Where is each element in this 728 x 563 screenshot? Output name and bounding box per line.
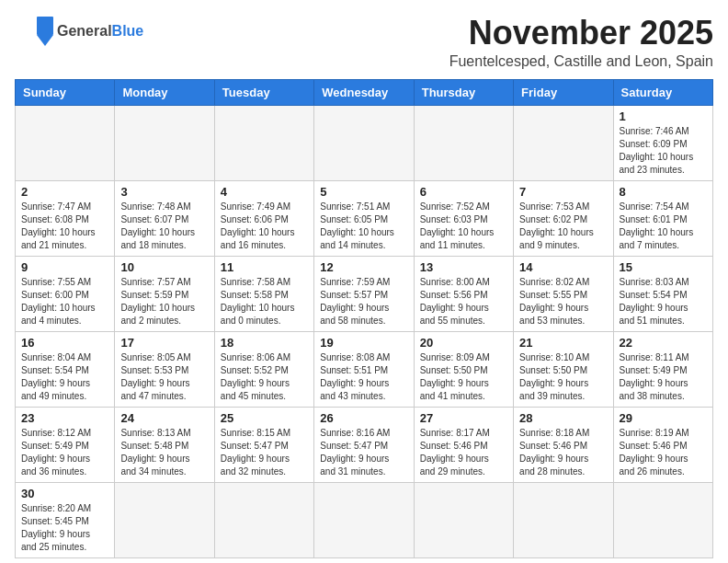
day-info: Sunrise: 7:58 AM Sunset: 5:58 PM Dayligh…	[221, 276, 308, 327]
calendar-cell-37	[214, 482, 313, 557]
weekday-header-tuesday: Tuesday	[214, 79, 313, 105]
day-info: Sunrise: 8:00 AM Sunset: 5:56 PM Dayligh…	[420, 276, 507, 327]
day-info: Sunrise: 7:52 AM Sunset: 6:03 PM Dayligh…	[420, 201, 507, 252]
day-number: 4	[221, 185, 308, 199]
day-info: Sunrise: 8:08 AM Sunset: 5:51 PM Dayligh…	[320, 351, 407, 403]
weekday-header-friday: Friday	[514, 79, 613, 105]
weekday-header-wednesday: Wednesday	[314, 79, 414, 105]
day-number: 6	[420, 185, 507, 199]
calendar-cell-41	[613, 482, 712, 557]
day-info: Sunrise: 8:10 AM Sunset: 5:50 PM Dayligh…	[519, 351, 607, 403]
day-info: Sunrise: 7:49 AM Sunset: 6:06 PM Dayligh…	[221, 201, 308, 252]
calendar-row-3: 16Sunrise: 8:04 AM Sunset: 5:54 PM Dayli…	[16, 331, 713, 407]
day-number: 11	[221, 260, 308, 274]
calendar-cell-4	[414, 105, 513, 180]
day-info: Sunrise: 7:55 AM Sunset: 6:00 PM Dayligh…	[21, 276, 108, 327]
calendar-row-5: 30Sunrise: 8:20 AM Sunset: 5:45 PM Dayli…	[16, 482, 713, 557]
day-number: 7	[519, 185, 607, 199]
day-info: Sunrise: 8:15 AM Sunset: 5:47 PM Dayligh…	[221, 427, 308, 478]
day-number: 19	[320, 336, 407, 350]
day-info: Sunrise: 8:17 AM Sunset: 5:46 PM Dayligh…	[420, 427, 507, 478]
calendar-cell-5	[514, 105, 613, 180]
weekday-header-thursday: Thursday	[414, 79, 513, 105]
calendar-cell-31: 26Sunrise: 8:16 AM Sunset: 5:47 PM Dayli…	[314, 407, 414, 482]
calendar-cell-32: 27Sunrise: 8:17 AM Sunset: 5:46 PM Dayli…	[414, 407, 513, 482]
day-number: 14	[519, 260, 607, 274]
calendar-cell-33: 28Sunrise: 8:18 AM Sunset: 5:46 PM Dayli…	[514, 407, 613, 482]
calendar-cell-22: 17Sunrise: 8:05 AM Sunset: 5:53 PM Dayli…	[115, 331, 214, 407]
day-number: 9	[21, 260, 108, 274]
day-info: Sunrise: 8:13 AM Sunset: 5:48 PM Dayligh…	[120, 427, 208, 478]
calendar-cell-3	[314, 105, 414, 180]
calendar-cell-24: 19Sunrise: 8:08 AM Sunset: 5:51 PM Dayli…	[314, 331, 414, 407]
calendar-cell-20: 15Sunrise: 8:03 AM Sunset: 5:54 PM Dayli…	[613, 256, 712, 331]
day-info: Sunrise: 8:12 AM Sunset: 5:49 PM Dayligh…	[21, 427, 108, 478]
day-number: 10	[120, 260, 208, 274]
weekday-header-saturday: Saturday	[613, 79, 712, 105]
day-info: Sunrise: 7:47 AM Sunset: 6:08 PM Dayligh…	[21, 201, 108, 252]
calendar-row-0: 1Sunrise: 7:46 AM Sunset: 6:09 PM Daylig…	[16, 105, 713, 180]
calendar-cell-13: 8Sunrise: 7:54 AM Sunset: 6:01 PM Daylig…	[613, 180, 712, 256]
day-info: Sunrise: 8:06 AM Sunset: 5:52 PM Dayligh…	[221, 351, 308, 403]
day-info: Sunrise: 8:19 AM Sunset: 5:46 PM Dayligh…	[620, 427, 707, 478]
calendar-cell-38	[314, 482, 414, 557]
day-info: Sunrise: 8:16 AM Sunset: 5:47 PM Dayligh…	[320, 427, 407, 478]
calendar-cell-18: 13Sunrise: 8:00 AM Sunset: 5:56 PM Dayli…	[414, 256, 513, 331]
calendar-cell-40	[514, 482, 613, 557]
calendar-cell-28: 23Sunrise: 8:12 AM Sunset: 5:49 PM Dayli…	[16, 407, 115, 482]
calendar-cell-21: 16Sunrise: 8:04 AM Sunset: 5:54 PM Dayli…	[16, 331, 115, 407]
day-info: Sunrise: 8:18 AM Sunset: 5:46 PM Dayligh…	[519, 427, 607, 478]
calendar-cell-36	[115, 482, 214, 557]
calendar-cell-19: 14Sunrise: 8:02 AM Sunset: 5:55 PM Dayli…	[514, 256, 613, 331]
day-info: Sunrise: 7:53 AM Sunset: 6:02 PM Dayligh…	[519, 201, 607, 252]
day-info: Sunrise: 7:51 AM Sunset: 6:05 PM Dayligh…	[320, 201, 407, 252]
day-info: Sunrise: 8:09 AM Sunset: 5:50 PM Dayligh…	[420, 351, 507, 403]
calendar-cell-17: 12Sunrise: 7:59 AM Sunset: 5:57 PM Dayli…	[314, 256, 414, 331]
calendar-title-area: November 2025 Fuentelcesped, Castille an…	[449, 15, 713, 70]
day-info: Sunrise: 7:59 AM Sunset: 5:57 PM Dayligh…	[320, 276, 407, 327]
weekday-header-monday: Monday	[115, 79, 214, 105]
page-header: GeneralBlue November 2025 Fuentelcesped,…	[15, 15, 713, 70]
calendar-cell-2	[214, 105, 313, 180]
day-info: Sunrise: 8:02 AM Sunset: 5:55 PM Dayligh…	[519, 276, 607, 327]
day-number: 23	[21, 411, 108, 425]
day-number: 17	[120, 336, 208, 350]
calendar-cell-0	[16, 105, 115, 180]
calendar-header-row: SundayMondayTuesdayWednesdayThursdayFrid…	[16, 79, 713, 105]
calendar-cell-11: 6Sunrise: 7:52 AM Sunset: 6:03 PM Daylig…	[414, 180, 513, 256]
calendar-cell-9: 4Sunrise: 7:49 AM Sunset: 6:06 PM Daylig…	[214, 180, 313, 256]
calendar-cell-30: 25Sunrise: 8:15 AM Sunset: 5:47 PM Dayli…	[214, 407, 313, 482]
day-number: 3	[120, 185, 208, 199]
day-number: 28	[519, 411, 607, 425]
calendar-cell-14: 9Sunrise: 7:55 AM Sunset: 6:00 PM Daylig…	[16, 256, 115, 331]
day-number: 24	[120, 411, 208, 425]
calendar-cell-23: 18Sunrise: 8:06 AM Sunset: 5:52 PM Dayli…	[214, 331, 313, 407]
calendar-cell-35: 30Sunrise: 8:20 AM Sunset: 5:45 PM Dayli…	[16, 482, 115, 557]
calendar-cell-29: 24Sunrise: 8:13 AM Sunset: 5:48 PM Dayli…	[115, 407, 214, 482]
day-number: 2	[21, 185, 108, 199]
calendar-cell-7: 2Sunrise: 7:47 AM Sunset: 6:08 PM Daylig…	[16, 180, 115, 256]
day-number: 13	[420, 260, 507, 274]
day-number: 12	[320, 260, 407, 274]
day-info: Sunrise: 8:05 AM Sunset: 5:53 PM Dayligh…	[120, 351, 208, 403]
day-number: 25	[221, 411, 308, 425]
day-number: 21	[519, 336, 607, 350]
day-number: 29	[620, 411, 707, 425]
day-number: 20	[420, 336, 507, 350]
calendar-cell-6: 1Sunrise: 7:46 AM Sunset: 6:09 PM Daylig…	[613, 105, 712, 180]
day-number: 5	[320, 185, 407, 199]
day-number: 1	[620, 109, 707, 123]
calendar-cell-26: 21Sunrise: 8:10 AM Sunset: 5:50 PM Dayli…	[514, 331, 613, 407]
day-info: Sunrise: 7:57 AM Sunset: 5:59 PM Dayligh…	[120, 276, 208, 327]
calendar-cell-15: 10Sunrise: 7:57 AM Sunset: 5:59 PM Dayli…	[115, 256, 214, 331]
calendar-row-4: 23Sunrise: 8:12 AM Sunset: 5:49 PM Dayli…	[16, 407, 713, 482]
calendar-cell-16: 11Sunrise: 7:58 AM Sunset: 5:58 PM Dayli…	[214, 256, 313, 331]
location-title: Fuentelcesped, Castille and Leon, Spain	[449, 53, 713, 70]
day-info: Sunrise: 7:48 AM Sunset: 6:07 PM Dayligh…	[120, 201, 208, 252]
month-title: November 2025	[449, 15, 713, 52]
calendar-cell-25: 20Sunrise: 8:09 AM Sunset: 5:50 PM Dayli…	[414, 331, 513, 407]
day-number: 26	[320, 411, 407, 425]
calendar-cell-39	[414, 482, 513, 557]
calendar-cell-10: 5Sunrise: 7:51 AM Sunset: 6:05 PM Daylig…	[314, 180, 414, 256]
calendar-row-2: 9Sunrise: 7:55 AM Sunset: 6:00 PM Daylig…	[16, 256, 713, 331]
